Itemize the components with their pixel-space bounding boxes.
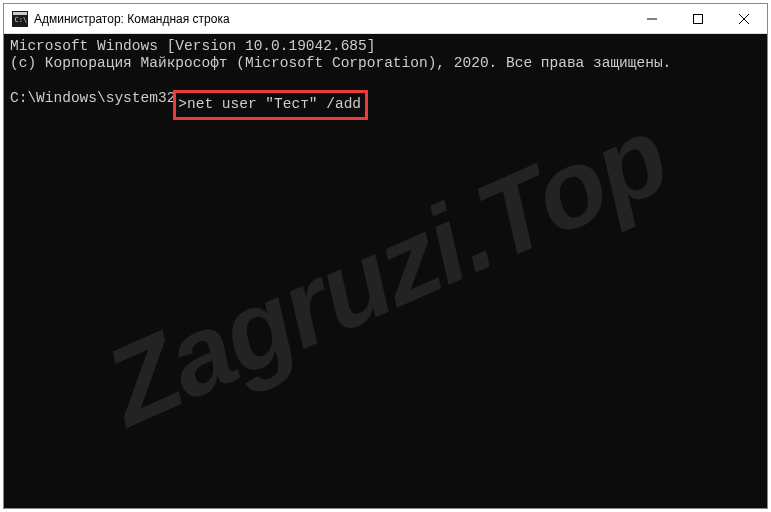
svg-text:C:\: C:\	[15, 16, 28, 24]
cmd-icon: C:\	[12, 11, 28, 27]
prompt-line: C:\Windows\system32>net user "Тест" /add	[10, 90, 761, 119]
prompt-path: C:\Windows\system32	[10, 90, 175, 119]
svg-rect-1	[13, 12, 27, 15]
blank-line	[10, 73, 761, 90]
close-button[interactable]	[721, 4, 767, 33]
window-controls	[629, 4, 767, 33]
terminal-body[interactable]: Microsoft Windows [Version 10.0.19042.68…	[4, 34, 767, 508]
watermark-text: Zagruzi.Top	[86, 89, 685, 452]
titlebar[interactable]: C:\ Администратор: Командная строка	[4, 4, 767, 34]
svg-rect-4	[694, 14, 703, 23]
command-highlight: >net user "Тест" /add	[173, 90, 368, 119]
command-text: >net user "Тест" /add	[178, 96, 361, 112]
copyright-line: (c) Корпорация Майкрософт (Microsoft Cor…	[10, 55, 761, 72]
version-line: Microsoft Windows [Version 10.0.19042.68…	[10, 38, 761, 55]
minimize-button[interactable]	[629, 4, 675, 33]
window-title: Администратор: Командная строка	[34, 12, 629, 26]
maximize-button[interactable]	[675, 4, 721, 33]
command-prompt-window: C:\ Администратор: Командная строка Micr…	[3, 3, 768, 509]
